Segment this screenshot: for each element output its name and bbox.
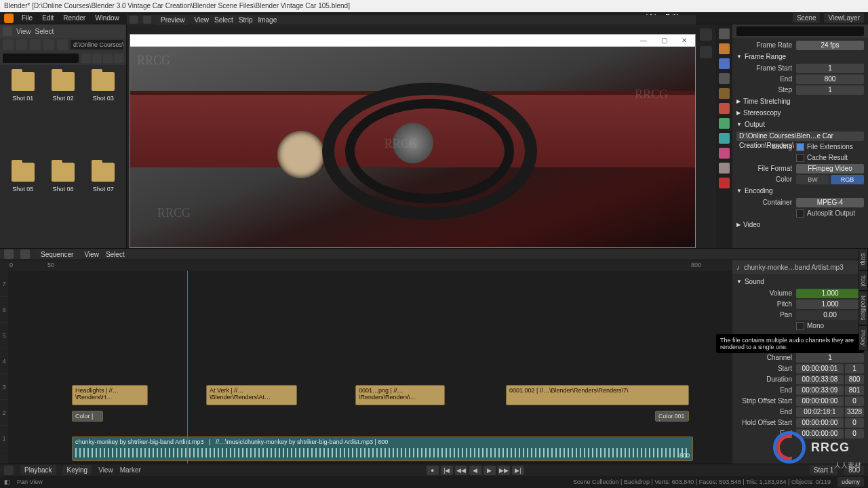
view-list-icon[interactable] (81, 54, 91, 63)
view-thumb-icon[interactable] (92, 54, 102, 63)
editor-type-icon[interactable] (3, 26, 12, 36)
time-ruler[interactable]: 0 50 800 (0, 260, 732, 271)
audio-strip[interactable]: chunky-monkey by shtriker-big-band Artli… (72, 436, 693, 461)
output-header[interactable]: ▼Output (736, 119, 864, 130)
file-format-select[interactable]: FFmpeg Video (796, 164, 864, 174)
mono-checkbox[interactable] (796, 322, 804, 330)
frame-step-field[interactable]: 1 (796, 85, 864, 95)
tab-world-icon[interactable] (719, 88, 730, 99)
preview-mode-select[interactable]: Preview (157, 15, 189, 25)
properties-search[interactable] (736, 26, 864, 36)
tab-render-icon[interactable] (719, 28, 730, 39)
video-strip[interactable]: Headlights | //…\Renders\H… (72, 385, 148, 405)
filebrowser-search[interactable] (3, 54, 79, 63)
menu-window[interactable]: Window (91, 13, 123, 23)
sequencer-menu-view[interactable]: View (84, 251, 99, 258)
tab-tool[interactable]: Tool (859, 270, 868, 291)
volume-field[interactable]: 1.000 (796, 289, 864, 298)
duration-field[interactable]: 00:00:33:08 (796, 375, 844, 384)
autokey-toggle-icon[interactable]: ● (427, 466, 439, 475)
next-keyframe-icon[interactable]: ▶▶ (498, 466, 510, 475)
folder-item[interactable]: Shot 06 (44, 163, 81, 241)
jump-start-icon[interactable]: |◀ (441, 466, 453, 475)
path-input[interactable]: d:\Online Courses\B…rs\ (71, 40, 123, 49)
channel-field[interactable]: 1 (796, 353, 864, 363)
sound-panel-header[interactable]: ▼Sound (736, 276, 864, 287)
editor-type-icon[interactable] (4, 466, 14, 475)
frame-start-field[interactable]: 1 (796, 64, 864, 73)
tab-modifiers[interactable]: Modifiers (859, 291, 868, 325)
sequencer-mode-icon[interactable] (20, 249, 30, 259)
play-icon[interactable]: ▶ (484, 466, 496, 475)
playback-menu[interactable]: Playback (20, 465, 56, 475)
color-strip[interactable]: Color.001 | 63 (655, 411, 689, 422)
sequencer-timeline[interactable]: 7654321 Headlights | //…\Renders\H… At V… (0, 271, 732, 474)
tab-constraints-icon[interactable] (719, 163, 730, 174)
strip-name[interactable]: chunky-monke…band Artlist.mp3 (744, 264, 844, 271)
nav-fwd-icon[interactable] (16, 39, 27, 50)
preview-menu-strip[interactable]: Strip (239, 16, 253, 24)
color-rgb-button[interactable]: RGB (831, 175, 864, 184)
tab-physics-icon[interactable] (719, 148, 730, 159)
tab-material-icon[interactable] (719, 178, 730, 188)
folder-item[interactable]: Shot 01 (4, 72, 41, 150)
cache-result-checkbox[interactable] (796, 154, 804, 162)
tab-viewlayer-icon[interactable] (719, 58, 730, 69)
tab-particles-icon[interactable] (719, 133, 730, 144)
menu-file[interactable]: File (18, 13, 37, 23)
scene-selector[interactable]: Scene (793, 13, 820, 23)
color-strip[interactable]: Color | 47 (72, 411, 103, 422)
menu-render[interactable]: Render (59, 13, 90, 23)
sequencer-title[interactable]: Sequencer (37, 249, 77, 260)
play-reverse-icon[interactable]: ◀ (469, 466, 481, 475)
encoding-header[interactable]: ▼Encoding (736, 185, 864, 197)
playbar-menu-marker[interactable]: Marker (120, 466, 141, 474)
strip-offset-end-field[interactable]: 00:02:18:1 (796, 407, 844, 417)
container-select[interactable]: MPEG-4 (796, 198, 864, 207)
playhead[interactable] (187, 271, 188, 474)
folder-item[interactable]: Shot 02 (44, 72, 81, 150)
time-stretching-header[interactable]: ▶Time Stretching (736, 96, 864, 107)
view-vertical-icon[interactable] (103, 54, 113, 63)
preview-mode-icon[interactable] (143, 16, 151, 24)
color-bw-button[interactable]: BW (796, 175, 829, 184)
filebrowser-menu-select[interactable]: Select (35, 28, 54, 35)
sequencer-menu-select[interactable]: Select (106, 251, 125, 258)
editor-type-icon[interactable] (4, 249, 14, 259)
stereoscopy-header[interactable]: ▶Stereoscopy (736, 107, 864, 119)
hold-offset-start-field[interactable]: 00:00:00:00 (796, 418, 844, 428)
keying-menu[interactable]: Keying (63, 465, 92, 475)
pitch-field[interactable]: 1.000 (796, 300, 864, 309)
video-strip[interactable]: 0001.002 | //…\Blender\Renders\Renders\7… (506, 385, 689, 405)
maximize-icon[interactable]: ▢ (656, 36, 672, 45)
tab-scene-icon[interactable] (719, 73, 730, 84)
frame-rate-select[interactable]: 24 fps (796, 41, 864, 50)
playbar-menu-view[interactable]: View (98, 466, 113, 474)
frame-range-header[interactable]: ▼Frame Range (736, 51, 864, 62)
start-time-field[interactable]: 00:00:00:01 (796, 364, 844, 373)
preview-menu-view[interactable]: View (195, 16, 210, 24)
preview-menu-image[interactable]: Image (258, 16, 277, 24)
tab-object-icon[interactable] (719, 103, 730, 114)
pan-field[interactable]: 0.00 (796, 310, 864, 320)
nav-refresh-icon[interactable] (43, 39, 54, 50)
tab-output-icon[interactable] (719, 43, 730, 54)
editor-type-icon[interactable] (130, 16, 138, 24)
jump-end-icon[interactable]: ▶| (512, 466, 524, 475)
preview-menu-select[interactable]: Select (214, 16, 233, 24)
tab-strip[interactable]: Strip (859, 248, 868, 270)
autosplit-checkbox[interactable] (796, 209, 804, 218)
strip-offset-start-field[interactable]: 00:00:00:00 (796, 396, 844, 406)
nav-up-icon[interactable] (30, 39, 41, 50)
hand-icon[interactable] (700, 46, 712, 58)
frame-end-field[interactable]: 800 (796, 75, 864, 84)
video-strip[interactable]: At Verk | //…\Blender\Renders\At… (206, 385, 297, 405)
viewlayer-selector[interactable]: ViewLayer (824, 13, 864, 23)
filebrowser-menu-view[interactable]: View (16, 28, 31, 35)
tab-proxy[interactable]: Proxy (859, 325, 868, 350)
magnify-icon[interactable] (700, 28, 712, 41)
close-icon[interactable]: ✕ (676, 36, 692, 45)
tab-modifier-icon[interactable] (719, 118, 730, 129)
nav-newfolder-icon[interactable] (57, 39, 68, 50)
folder-item[interactable]: Shot 05 (4, 163, 41, 241)
